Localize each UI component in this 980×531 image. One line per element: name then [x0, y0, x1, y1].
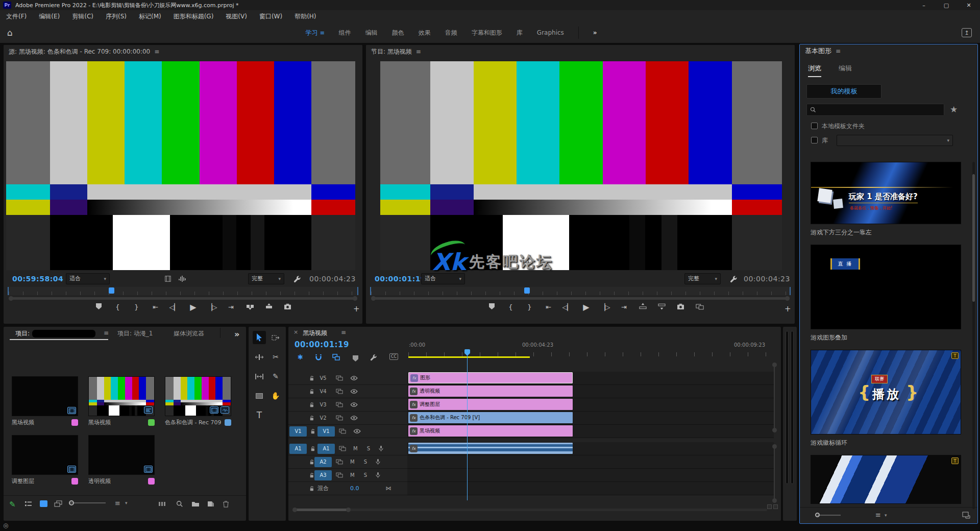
my-templates-dropdown[interactable]: 我的模板	[806, 84, 881, 99]
source-monitor-header[interactable]: 源: 黑场视频: 色条和色调 - Rec 709: 00:00:00:00≡	[4, 45, 362, 58]
sync-lock-icon[interactable]	[339, 446, 346, 451]
checkbox-local-templates[interactable]: 本地模板文件夹	[811, 122, 865, 131]
program-zoom-select[interactable]: 适合▾	[421, 273, 465, 284]
source-timecode[interactable]: 00:59:58:04	[12, 275, 63, 283]
captions-cc-icon[interactable]: CC	[389, 353, 398, 360]
sync-lock-icon[interactable]	[336, 459, 343, 465]
template-name[interactable]: 游戏图形叠加	[811, 333, 847, 342]
sync-lock-icon[interactable]	[339, 428, 346, 434]
timeline-clip-adjustment-layer[interactable]: fx调整图层	[408, 399, 573, 410]
sync-lock-icon[interactable]	[336, 415, 343, 421]
thumbnail-size-slider[interactable]	[817, 515, 841, 516]
go-to-out-icon[interactable]: ⇥	[615, 303, 633, 311]
panel-menu-icon[interactable]: ≡	[416, 48, 421, 55]
menu-sequence[interactable]: 序列(S)	[100, 12, 133, 21]
slider-handle[interactable]	[815, 513, 820, 517]
sync-lock-icon[interactable]	[336, 472, 343, 478]
thumbnail-zoom-slider[interactable]	[70, 502, 106, 503]
solo-button[interactable]: S	[364, 472, 367, 478]
track-visibility-eye-icon[interactable]	[353, 428, 361, 434]
source-scrub-bar[interactable]	[8, 287, 358, 295]
new-bin-folder-icon[interactable]	[191, 501, 200, 507]
scroll-handle[interactable]	[772, 428, 777, 432]
step-forward-icon[interactable]: ▕▷	[596, 303, 615, 311]
install-motion-template-icon[interactable]	[962, 512, 970, 519]
track-lock-icon[interactable]	[309, 415, 314, 421]
track-lock-icon[interactable]	[310, 428, 315, 435]
audio-tracks-scrollbar[interactable]	[774, 446, 775, 500]
template-thumbnail-lower-third[interactable]: 玩家 1 是否准备好? 各就各位，预备，开始!	[811, 162, 961, 224]
panel-overflow-button[interactable]: »	[234, 329, 239, 339]
settings-wrench-icon[interactable]	[730, 275, 738, 283]
project-item-name[interactable]: 调整图层	[12, 477, 34, 485]
label-color-swatch[interactable]	[71, 419, 78, 426]
sync-lock-icon[interactable]	[336, 375, 343, 381]
zoom-handle-right[interactable]	[346, 508, 351, 512]
lift-icon[interactable]	[633, 303, 652, 311]
track-name[interactable]: V5	[314, 375, 332, 381]
settings-wrench-icon[interactable]	[293, 275, 301, 283]
export-frame-icon[interactable]	[278, 303, 297, 311]
zoom-handle-right[interactable]	[353, 296, 357, 301]
workspace-tab-libraries[interactable]: 库	[509, 29, 530, 37]
track-lock-icon[interactable]	[309, 459, 314, 465]
workspace-tab-color[interactable]: 颜色	[385, 29, 411, 37]
voiceover-mic-icon[interactable]	[375, 472, 381, 478]
project-item-name[interactable]: 黑场视频	[12, 419, 34, 426]
play-icon[interactable]: ▶	[577, 302, 596, 312]
tab-edit[interactable]: 编辑	[839, 64, 852, 73]
drag-audio-only-icon[interactable]	[178, 275, 186, 282]
mark-in-icon[interactable]: {	[501, 303, 520, 311]
button-editor-plus-icon[interactable]: +	[785, 304, 791, 313]
play-icon[interactable]: ▶	[184, 302, 203, 312]
track-target-a3[interactable]: A3	[314, 470, 332, 480]
step-forward-icon[interactable]: ▕▷	[203, 303, 222, 311]
source-zoom-select[interactable]: 适合▾	[66, 273, 110, 284]
timeline-clip-audio[interactable]: fx	[408, 443, 573, 454]
source-patch-a1[interactable]: A1	[289, 444, 307, 454]
freeform-view-icon[interactable]	[54, 500, 62, 508]
source-zoom-scrollbar[interactable]	[9, 297, 357, 300]
template-thumbnail-partial[interactable]: T	[811, 455, 961, 504]
project-item-name[interactable]: 色条和色调 - Rec 709	[165, 419, 221, 426]
program-scrub-bar[interactable]	[370, 287, 791, 295]
panel-menu-icon[interactable]: ≡	[341, 329, 346, 336]
selection-tool[interactable]	[253, 331, 266, 344]
checkbox-libraries[interactable]: 库	[811, 136, 828, 145]
project-item-thumbnail[interactable]	[12, 435, 78, 475]
menu-file[interactable]: 文件(F)	[0, 12, 33, 21]
mute-button[interactable]: M	[350, 459, 355, 465]
workspace-tab-graphics[interactable]: Graphics	[530, 29, 571, 36]
nest-toggle-icon[interactable]: ✱	[298, 353, 303, 361]
track-visibility-eye-icon[interactable]	[350, 375, 358, 381]
panel-menu-icon[interactable]: ≡	[836, 47, 841, 55]
timeline-corner-button[interactable]	[767, 504, 772, 509]
chevron-down-icon[interactable]: ▾	[125, 500, 128, 505]
source-patch-v1[interactable]: V1	[289, 426, 307, 437]
menu-clip[interactable]: 剪辑(C)	[66, 12, 100, 21]
track-lock-icon[interactable]	[309, 402, 314, 408]
scroll-handle[interactable]	[772, 498, 777, 503]
mark-out-icon[interactable]: }	[520, 303, 539, 311]
scrollbar-thumb[interactable]	[972, 174, 975, 302]
mute-button[interactable]: M	[350, 472, 355, 478]
overwrite-icon[interactable]	[259, 303, 278, 311]
zoom-handle-left[interactable]	[371, 296, 376, 301]
solo-button[interactable]: S	[364, 459, 367, 465]
extract-icon[interactable]	[652, 303, 671, 311]
insert-icon[interactable]	[240, 303, 259, 311]
workspace-tab-learning[interactable]: 学习 ≡	[299, 29, 332, 37]
program-playback-resolution-select[interactable]: 完整▾	[684, 273, 721, 284]
tab-media-browser[interactable]: 媒体浏览器	[174, 329, 204, 338]
menu-window[interactable]: 窗口(W)	[253, 12, 288, 21]
go-to-out-icon[interactable]: ⇥	[222, 303, 240, 311]
panel-menu-icon[interactable]: ≡	[154, 48, 159, 55]
menu-markers[interactable]: 标记(M)	[133, 12, 167, 21]
type-tool[interactable]: T	[253, 408, 266, 422]
chevron-down-icon[interactable]: ▾	[885, 513, 887, 518]
keyframe-toggle-icon[interactable]: ⋈	[386, 485, 391, 492]
zoom-handle-left[interactable]	[9, 296, 13, 301]
track-lock-icon[interactable]	[309, 472, 314, 478]
template-list-scrollbar[interactable]	[972, 162, 975, 509]
scroll-handle[interactable]	[772, 444, 777, 449]
